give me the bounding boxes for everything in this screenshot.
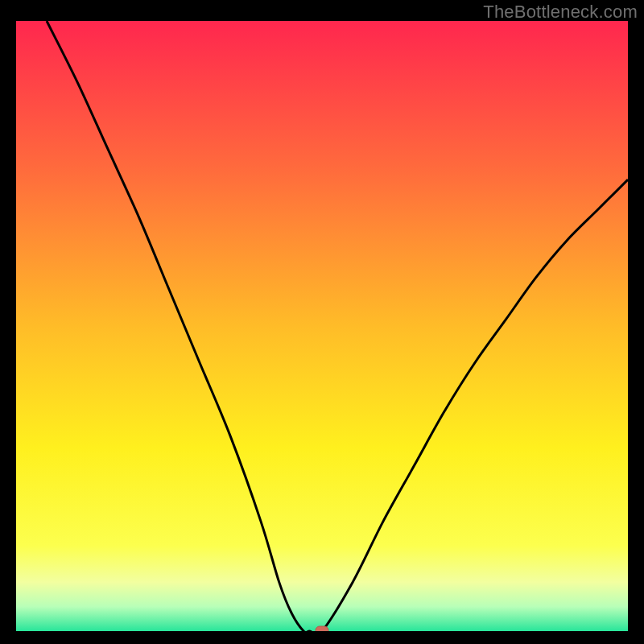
bottleneck-chart [16, 21, 628, 631]
optimal-point-marker-icon [316, 626, 328, 631]
watermark-text: TheBottleneck.com [483, 2, 638, 23]
chart-frame: TheBottleneck.com [0, 0, 644, 644]
plot-area [16, 21, 628, 631]
gradient-background [16, 21, 628, 631]
